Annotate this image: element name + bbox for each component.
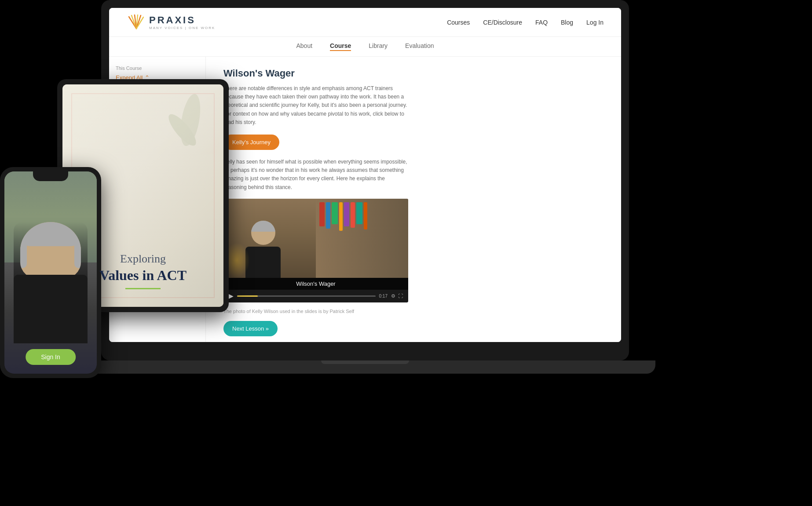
phone-notch xyxy=(33,171,68,181)
tablet-underline xyxy=(125,288,161,289)
nav-blog[interactable]: Blog xyxy=(561,19,573,26)
site-header: PRAXIS MANY VOICES | ONE WORK Courses CE… xyxy=(109,8,621,37)
subnav-about[interactable]: About xyxy=(296,42,312,51)
logo: PRAXIS MANY VOICES | ONE WORK xyxy=(127,15,215,30)
video-time: 0:17 xyxy=(379,294,388,299)
article-body-2: Kelly has seen for himself what is possi… xyxy=(223,158,408,192)
video-player[interactable]: Wilson's Wager ▶ 0:17 ⚙ ⛶ xyxy=(223,199,408,302)
laptop-base xyxy=(75,360,655,374)
subnav-course[interactable]: Course xyxy=(330,42,351,51)
progress-fill xyxy=(237,295,258,297)
play-button[interactable]: ▶ xyxy=(229,292,234,300)
nav-faq[interactable]: FAQ xyxy=(535,19,548,26)
tablet-subtitle: Exploring xyxy=(99,252,187,266)
sidebar-title: This Course xyxy=(116,66,199,71)
kellys-journey-button[interactable]: Kelly's Journey xyxy=(223,135,279,150)
fullscreen-icon[interactable]: ⛶ xyxy=(398,293,403,299)
tablet-title: Values in ACT xyxy=(99,267,187,284)
video-controls-bar[interactable]: ▶ 0:17 ⚙ ⛶ xyxy=(223,290,408,302)
logo-text: PRAXIS MANY VOICES | ONE WORK xyxy=(149,15,215,30)
nav-courses[interactable]: Courses xyxy=(447,19,470,26)
subnav-evaluation[interactable]: Evaluation xyxy=(405,42,434,51)
article-title: Wilson's Wager xyxy=(223,68,604,79)
progress-bar[interactable] xyxy=(237,295,376,297)
sign-in-button[interactable]: Sign In xyxy=(26,349,76,365)
photo-credit: The photo of Kelly Wilson used in the sl… xyxy=(223,309,604,314)
article-body-1: There are notable differences in style a… xyxy=(223,84,408,127)
logo-name: PRAXIS xyxy=(149,15,215,26)
main-content-area: Wilson's Wager There are notable differe… xyxy=(206,57,621,342)
video-bg xyxy=(223,199,408,278)
next-lesson-button[interactable]: Next Lesson » xyxy=(223,321,278,336)
video-thumbnail xyxy=(223,199,408,278)
subnav-library[interactable]: Library xyxy=(369,42,388,51)
tablet-course-content: Exploring Values in ACT xyxy=(82,252,204,289)
sub-navigation: About Course Library Evaluation xyxy=(109,37,621,57)
logo-tagline: MANY VOICES | ONE WORK xyxy=(149,26,215,30)
video-title-bar: Wilson's Wager xyxy=(223,278,408,290)
video-icons: ⚙ ⛶ xyxy=(391,293,403,299)
praxis-logo-icon xyxy=(127,15,146,30)
nav-ce[interactable]: CE/Disclosure xyxy=(483,19,522,26)
main-navigation: Courses CE/Disclosure FAQ Blog Log In xyxy=(447,19,604,26)
nav-login[interactable]: Log In xyxy=(586,19,604,26)
video-title: Wilson's Wager xyxy=(296,280,335,287)
settings-icon[interactable]: ⚙ xyxy=(391,293,395,299)
